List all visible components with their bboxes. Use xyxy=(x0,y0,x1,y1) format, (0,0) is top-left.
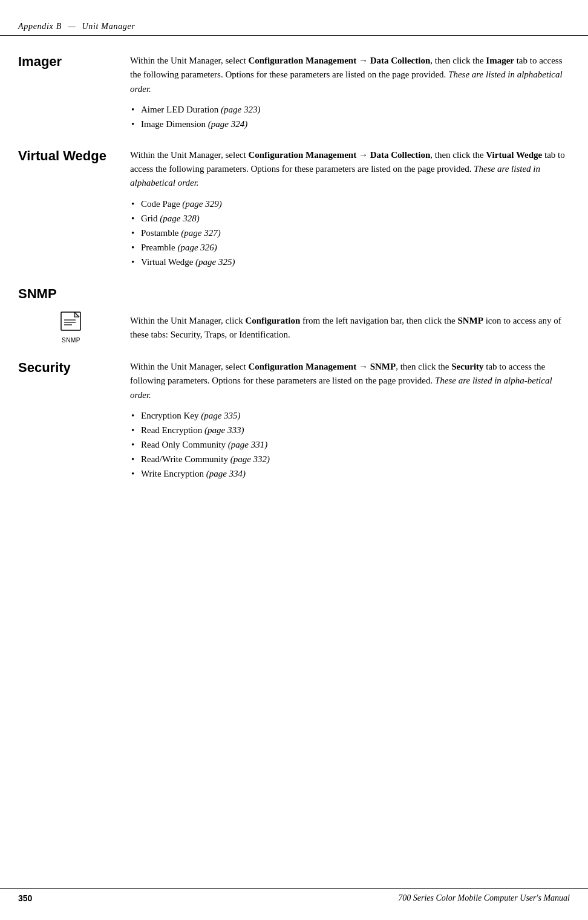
imager-bold-dc: Data Collection xyxy=(370,56,431,65)
vw-page-ref-4: (page 326) xyxy=(177,243,217,252)
snmp-icon-label: SNMP xyxy=(62,337,80,344)
imager-paragraph: Within the Unit Manager, select Configur… xyxy=(130,54,570,96)
vw-bold-tab: Virtual Wedge xyxy=(486,150,542,160)
virtual-wedge-body-col: Within the Unit Manager, select Configur… xyxy=(130,148,570,269)
footer-manual-title: 700 Series Color Mobile Computer User's … xyxy=(398,893,570,903)
sec-italic-note: These are listed in alpha-betical order. xyxy=(130,376,552,399)
header-appendix-label: Appendix B xyxy=(18,22,62,31)
sec-page-ref-2: (page 333) xyxy=(204,425,244,435)
snmp-icon-wrapper: SNMP xyxy=(18,312,118,344)
sec-bold-tab: Security xyxy=(451,362,483,371)
content-area: Imager Within the Unit Manager, select C… xyxy=(0,54,588,481)
virtual-wedge-bullet-list: Code Page (page 329) Grid (page 328) Pos… xyxy=(130,197,570,269)
imager-body-col: Within the Unit Manager, select Configur… xyxy=(130,54,570,131)
list-item: Read/Write Community (page 332) xyxy=(130,452,570,466)
vw-page-ref-1: (page 329) xyxy=(182,199,221,209)
sec-page-ref-1: (page 335) xyxy=(201,411,240,420)
list-item: Aimer LED Duration (page 323) xyxy=(130,102,570,117)
list-item: Virtual Wedge (page 325) xyxy=(130,255,570,269)
virtual-wedge-heading: Virtual Wedge xyxy=(18,148,118,164)
snmp-icon-text-col: Within the Unit Manager, click Configura… xyxy=(130,312,570,348)
header-dash: — xyxy=(68,22,76,31)
list-item: Read Encryption (page 333) xyxy=(130,423,570,437)
security-body-col: Within the Unit Manager, select Configur… xyxy=(130,360,570,481)
section-imager: Imager Within the Unit Manager, select C… xyxy=(18,54,570,131)
snmp-icon-description: SNMP Within the Unit Manager, click Conf… xyxy=(18,312,570,348)
sec-bold-snmp: SNMP xyxy=(370,362,396,371)
snmp-icon-paragraph: Within the Unit Manager, click Configura… xyxy=(130,312,570,342)
sec-bold-config: Configuration Management xyxy=(248,362,356,371)
list-item: Write Encryption (page 334) xyxy=(130,466,570,481)
vw-page-ref-2: (page 328) xyxy=(160,214,199,223)
snmp-icon xyxy=(57,312,85,336)
security-bullet-list: Encryption Key (page 335) Read Encryptio… xyxy=(130,408,570,481)
snmp-bold-snmp: SNMP xyxy=(457,316,483,325)
snmp-body-col xyxy=(130,286,570,302)
snmp-bold-config: Configuration xyxy=(245,316,300,325)
page-container: Appendix B — Unit Manager Imager Within … xyxy=(0,0,588,920)
imager-bold-tab: Imager xyxy=(486,56,514,65)
header-left: Appendix B — Unit Manager xyxy=(18,22,136,31)
vw-bold-dc: Data Collection xyxy=(370,150,431,160)
snmp-heading: SNMP xyxy=(18,286,118,302)
vw-page-ref-3: (page 327) xyxy=(181,228,220,238)
snmp-icon-spacer: SNMP xyxy=(18,312,130,348)
imager-page-ref-2: (page 324) xyxy=(208,119,247,129)
list-item: Encryption Key (page 335) xyxy=(130,408,570,423)
security-paragraph: Within the Unit Manager, select Configur… xyxy=(130,360,570,402)
section-snmp: SNMP xyxy=(18,286,570,302)
list-item: Preamble (page 326) xyxy=(130,240,570,255)
imager-bullet-list: Aimer LED Duration (page 323) Image Dime… xyxy=(130,102,570,131)
imager-italic-note: These are listed in alphabetical order. xyxy=(130,70,563,93)
snmp-heading-col: SNMP xyxy=(18,286,130,302)
list-item: Postamble (page 327) xyxy=(130,226,570,240)
virtual-wedge-heading-col: Virtual Wedge xyxy=(18,148,130,269)
vw-page-ref-5: (page 325) xyxy=(195,257,235,267)
list-item: Read Only Community (page 331) xyxy=(130,437,570,452)
imager-heading: Imager xyxy=(18,54,118,70)
list-item: Image Dimension (page 324) xyxy=(130,117,570,131)
section-security: Security Within the Unit Manager, select… xyxy=(18,360,570,481)
section-virtual-wedge: Virtual Wedge Within the Unit Manager, s… xyxy=(18,148,570,269)
sec-page-ref-4: (page 332) xyxy=(230,454,270,464)
imager-bold-config: Configuration Management xyxy=(248,56,356,65)
list-item: Code Page (page 329) xyxy=(130,197,570,211)
vw-italic-note: These are listed in alphabetical order. xyxy=(130,164,540,188)
security-heading: Security xyxy=(18,360,118,376)
footer-page-number: 350 xyxy=(18,893,32,903)
sec-page-ref-3: (page 331) xyxy=(228,440,267,449)
header-bar: Appendix B — Unit Manager xyxy=(0,18,588,36)
security-heading-col: Security xyxy=(18,360,130,481)
imager-page-ref-1: (page 323) xyxy=(221,105,260,114)
footer: 350 700 Series Color Mobile Computer Use… xyxy=(0,888,588,908)
sec-page-ref-5: (page 334) xyxy=(206,469,246,478)
list-item: Grid (page 328) xyxy=(130,211,570,226)
vw-bold-config: Configuration Management xyxy=(248,150,356,160)
header-chapter-title: Unit Manager xyxy=(82,22,135,31)
imager-heading-col: Imager xyxy=(18,54,130,131)
virtual-wedge-paragraph: Within the Unit Manager, select Configur… xyxy=(130,148,570,191)
